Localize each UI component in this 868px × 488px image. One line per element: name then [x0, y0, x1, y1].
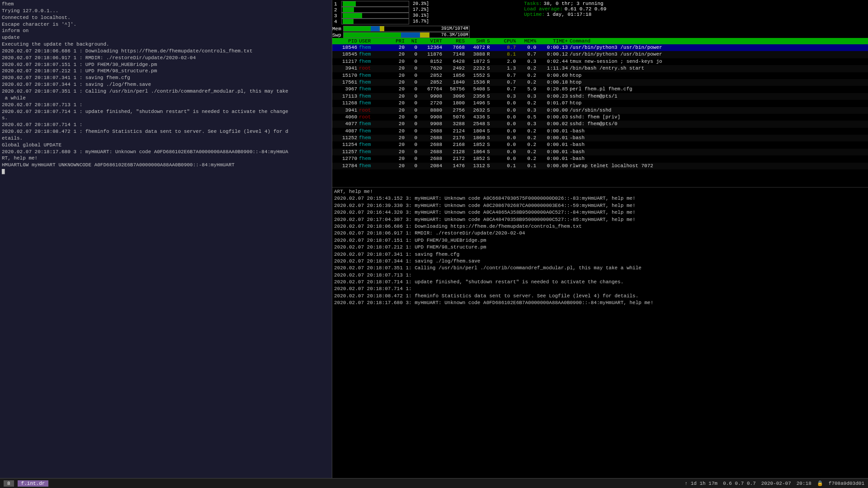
col-time-header: TIME+ [538, 38, 570, 44]
process-cell: 0 [406, 93, 419, 100]
table-row[interactable]: 11268fhem200272018001496S0.00.20:01.07ht… [332, 100, 868, 107]
process-cell: 1312 [467, 163, 487, 169]
load-value: 0.61 0.72 0.69 [565, 6, 606, 12]
process-cell: 11876 [419, 51, 444, 58]
status-right: ↑ 1d 1h 17m 0.6 0.7 0.7 2020-02-07 20:18… [685, 480, 865, 486]
process-cell: 7148 [444, 51, 467, 58]
process-cell: 20 [391, 93, 406, 100]
process-cell: 2.0 [495, 58, 518, 65]
table-row[interactable]: 18545fhem2001187671483888R8.10.70:00.12/… [332, 51, 868, 58]
cpu-bar-container [341, 13, 409, 19]
col-pid-header: PID [334, 38, 359, 44]
terminal-line: 2020.02.07 20:18:08.472 1 : fheminfo Sta… [2, 128, 330, 135]
process-cell: 0.2 [518, 128, 538, 135]
right-pane: 120.3%]217.2%]330.1%]416.7%] Tasks: 38, … [332, 0, 868, 478]
process-cell: 2172 [444, 155, 467, 162]
process-cell: 3096 [444, 93, 467, 100]
process-cell: -bash [570, 128, 866, 135]
log-line: 2020.02.07 20:16:44.320 3: myHmUART: Unk… [334, 209, 866, 216]
process-cell: /usr/sbin/sshd [570, 107, 866, 114]
process-cell: 0.2 [518, 79, 538, 86]
table-row[interactable]: 15170fhem200285218561552S0.70.20:00.60ht… [332, 72, 868, 79]
process-cell: 0 [406, 114, 419, 121]
table-row[interactable]: 4077fhem200990832882548S0.00.30:00.02ssh… [332, 121, 868, 127]
process-cell: 5408 [467, 86, 487, 93]
process-cell: 0.1 [495, 163, 518, 169]
status-tab-label: f.int.dr [18, 480, 49, 487]
mem-bar-container: 76.3M/100M [343, 32, 470, 38]
process-cell: 1852 [467, 141, 487, 148]
process-cell: 1476 [444, 163, 467, 169]
cpu-bar-container [341, 19, 409, 24]
table-row[interactable]: 18546fhem2001236476684072R8.70.00:00.13/… [332, 44, 868, 51]
process-cell: S [487, 149, 495, 155]
process-cell: 0.2 [518, 135, 538, 141]
table-row[interactable]: 12784fhem200208414761312S0.10.10:00.00rl… [332, 163, 868, 169]
table-row[interactable]: 3941root200888027562632S0.00.30:00.00/us… [332, 107, 868, 114]
terminal-line: Executing the update the background. [2, 41, 330, 48]
terminal-pane[interactable]: fhemTrying 127.0.0.1...Connected to loca… [0, 0, 332, 478]
terminal-line: 2020.02.07 20:18:17.680 3 : myHmUART: Un… [2, 149, 330, 155]
process-cell: 2688 [419, 155, 444, 162]
process-cell: 0:01.07 [538, 100, 570, 107]
hostname: f708a9d03d01 [829, 481, 864, 486]
process-cell: root [359, 107, 391, 114]
process-cell: perl fhem.pl fhem.cfg [570, 86, 866, 93]
process-cell: S [487, 107, 495, 114]
cpu-bar-fill [343, 19, 354, 24]
process-cell: 0 [406, 51, 419, 58]
terminal-line: Escape character is '^]'. [2, 21, 330, 28]
table-row[interactable]: 17113fhem200990830962356S0.30.30:00.23ss… [332, 93, 868, 100]
process-cell: 0.2 [518, 72, 538, 79]
table-row[interactable]: 11254fhem200268821681852S0.00.20:00.01-b… [332, 141, 868, 148]
process-cell: S [487, 86, 495, 93]
uptime-row: Uptime: 1 day, 01:17:18 [524, 12, 866, 17]
process-cell: 1872 [467, 58, 487, 65]
process-cell: 0.0 [495, 149, 518, 155]
process-cell: 2688 [419, 149, 444, 155]
table-row[interactable]: 4087fhem200268821241804S0.00.20:00.01-ba… [332, 128, 868, 135]
process-cell: 0.3 [495, 93, 518, 100]
htop-stats: Tasks: 38, 0 thr; 3 running Load average… [515, 1, 866, 17]
process-cell: 20 [391, 135, 406, 141]
process-cell: 0.2 [518, 149, 538, 155]
process-cell: sshd: fhem@pts/1 [570, 93, 866, 100]
process-cell: root [359, 65, 391, 72]
terminal-line: s. [2, 115, 330, 122]
table-row[interactable]: 11257fhem200268821281864S0.00.20:00.01-b… [332, 149, 868, 155]
process-cell: 9908 [419, 121, 444, 127]
process-cell: 2632 [467, 107, 487, 114]
process-cell: 20 [391, 72, 406, 79]
mem-bar-row: Swp76.3M/100M [332, 32, 868, 38]
process-cell: 0.0 [495, 155, 518, 162]
status-bar: 8 f.int.dr ↑ 1d 1h 17m 0.6 0.7 0.7 2020-… [0, 478, 868, 488]
table-row[interactable]: 3941root200762024922232S1.30.21:11.34/bi… [332, 65, 868, 72]
cpu-meter-row: 416.7%] [334, 19, 515, 24]
process-cell: 0.2 [518, 65, 538, 72]
terminal-line: inform on [2, 28, 330, 34]
cpu-bar-container [341, 7, 409, 13]
table-row[interactable]: 11252fhem200268821761860S0.00.20:00.01-b… [332, 135, 868, 141]
process-cell: 18545 [334, 51, 359, 58]
process-cell: 0 [406, 100, 419, 107]
terminal-line: HMUARTLGW myHmUART UNKNOWNCODE A0FD68610… [2, 162, 330, 169]
table-row[interactable]: 11217fhem200815264281872S2.00.30:02.44tm… [332, 58, 868, 65]
process-cell: -bash [570, 135, 866, 141]
process-cell: 4336 [467, 114, 487, 121]
table-row[interactable]: 12770fhem200268821721852S0.00.20:00.01-b… [332, 155, 868, 162]
process-cell: S [487, 121, 495, 127]
process-cell: 20 [391, 128, 406, 135]
process-cell: 2492 [444, 65, 467, 72]
table-row[interactable]: 4060root200990850764336S0.00.50:00.03ssh… [332, 114, 868, 121]
table-row[interactable]: 3967fhem20067764587565408S0.75.90:20.85p… [332, 86, 868, 93]
log-line: 2020.02.07 20:18:17.680 3: myHmUART: Unk… [334, 300, 866, 306]
log-line: 2020.02.07 20:17:04.307 3: myHmUART: Unk… [334, 216, 866, 223]
process-cell: 15170 [334, 72, 359, 79]
mem-bar-text: 391M/1074M [441, 26, 468, 31]
process-cell: S [487, 163, 495, 169]
log-line: 2020.02.07 20:18:07.714 1: update finish… [334, 279, 866, 286]
table-row[interactable]: 17561fhem200285218401536R0.70.20:00.18ht… [332, 79, 868, 86]
tasks-value: 38, 0 thr; 3 running [544, 1, 604, 6]
process-cell: rlwrap telnet localhost 7072 [570, 163, 866, 169]
process-cell: 9908 [419, 93, 444, 100]
